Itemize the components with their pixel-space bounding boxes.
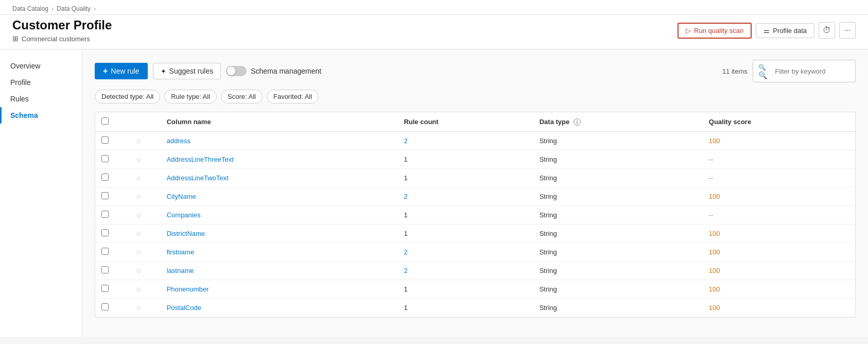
search-icon: 🔍 (758, 63, 772, 79)
page-title-section: Customer Profile ⊞ Commercial customers (12, 18, 112, 43)
chart-bar-icon: ⚌ (763, 27, 770, 35)
filter-input[interactable] (775, 67, 850, 75)
star-icon-3[interactable]: ☆ (135, 193, 142, 201)
rule-count-4: 1 (404, 211, 407, 219)
sidebar-item-profile[interactable]: Profile (0, 74, 82, 91)
star-icon-7[interactable]: ☆ (135, 267, 142, 275)
filter-rule-type[interactable]: Rule type: All (164, 90, 217, 104)
column-name-link-3[interactable]: CityName (167, 193, 196, 200)
breadcrumb-item-quality[interactable]: Data Quality (57, 5, 91, 12)
magic-icon (161, 67, 166, 75)
data-table-container: Column name Rule count Data type i Quali… (95, 112, 856, 318)
sidebar-item-overview[interactable]: Overview (0, 58, 82, 74)
play-icon (686, 27, 691, 35)
star-icon-2[interactable]: ☆ (135, 174, 142, 182)
quality-score-4: -- (709, 211, 714, 219)
column-name-link-2[interactable]: AddressLineTwoText (167, 174, 229, 182)
profile-data-label: Profile data (773, 27, 807, 35)
row-checkbox-3[interactable] (101, 192, 109, 199)
row-checkbox-6[interactable] (101, 248, 109, 255)
new-rule-label: New rule (111, 67, 139, 75)
row-checkbox-5[interactable] (101, 229, 109, 236)
filter-score[interactable]: Score: All (221, 90, 263, 104)
select-all-checkbox[interactable] (101, 117, 109, 125)
rule-count-5: 1 (404, 230, 407, 237)
star-icon-4[interactable]: ☆ (135, 211, 142, 219)
quality-score-0: 100 (709, 137, 720, 145)
breadcrumb-item-catalog[interactable]: Data Catalog (12, 5, 48, 12)
star-icon-8[interactable]: ☆ (135, 285, 142, 294)
row-checkbox-4[interactable] (101, 211, 109, 218)
rule-count-2: 1 (404, 174, 407, 182)
more-options-button[interactable]: ··· (839, 22, 856, 39)
page-title: Customer Profile (12, 18, 112, 32)
star-icon-5[interactable]: ☆ (135, 230, 142, 238)
data-type-6: String (540, 248, 557, 256)
data-type-1: String (540, 156, 557, 163)
col-header-data-type: Data type i (533, 112, 703, 132)
rule-count-1: 1 (404, 156, 407, 163)
column-name-link-6[interactable]: firstname (167, 248, 194, 256)
row-checkbox-9[interactable] (101, 303, 109, 311)
row-checkbox-2[interactable] (101, 174, 109, 181)
star-icon-6[interactable]: ☆ (135, 248, 142, 256)
suggest-rules-button[interactable]: Suggest rules (153, 63, 221, 79)
items-count: 11 items (722, 67, 748, 75)
column-name-link-7[interactable]: lastname (167, 267, 194, 274)
table-row: ☆DistrictName1String100 (95, 225, 855, 243)
sidebar-item-rules-label: Rules (10, 95, 29, 103)
profile-data-button[interactable]: ⚌ Profile data (756, 23, 814, 38)
data-type-4: String (540, 211, 557, 219)
data-type-8: String (540, 285, 557, 293)
row-checkbox-7[interactable] (101, 266, 109, 273)
sidebar-item-profile-label: Profile (10, 78, 31, 87)
sidebar-item-rules[interactable]: Rules (0, 91, 82, 107)
run-quality-scan-button[interactable]: Run quality scan (678, 23, 752, 39)
suggest-rules-label: Suggest rules (169, 67, 214, 75)
row-checkbox-8[interactable] (101, 285, 109, 292)
column-name-link-8[interactable]: Phonenumber (167, 285, 209, 293)
schema-management-toggle[interactable] (226, 66, 247, 76)
column-name-link-4[interactable]: Companies (167, 211, 201, 219)
column-name-link-1[interactable]: AddressLineThreeText (167, 156, 234, 163)
star-icon-0[interactable]: ☆ (135, 137, 142, 145)
rule-count-link-7[interactable]: 2 (404, 267, 407, 274)
filter-detected-type[interactable]: Detected type: All (95, 90, 160, 104)
table-row: ☆AddressLineThreeText1String-- (95, 150, 855, 169)
breadcrumb-sep-2: › (94, 5, 96, 12)
quality-score-3: 100 (709, 193, 720, 200)
sidebar-item-schema[interactable]: Schema (0, 107, 82, 124)
history-icon: ⏱ (823, 26, 831, 35)
row-checkbox-1[interactable] (101, 155, 109, 162)
star-icon-1[interactable]: ☆ (135, 156, 142, 164)
quality-score-1: -- (709, 156, 714, 163)
star-icon-9[interactable]: ☆ (135, 304, 142, 312)
main-layout: Overview Profile Rules Schema New rule S… (0, 49, 868, 337)
rule-count-9: 1 (404, 304, 407, 312)
history-button[interactable]: ⏱ (819, 22, 835, 39)
table-row: ☆address2String100 (95, 132, 855, 150)
toggle-knob (227, 67, 235, 75)
rule-count-link-6[interactable]: 2 (404, 248, 407, 256)
rule-count-8: 1 (404, 285, 407, 293)
table-header: Column name Rule count Data type i Quali… (95, 112, 855, 132)
col-header-checkbox (95, 112, 129, 132)
col-header-rule-count: Rule count (397, 112, 533, 132)
table-row: ☆PostalCode1String100 (95, 299, 855, 317)
new-rule-button[interactable]: New rule (95, 63, 148, 79)
table-row: ☆Phonenumber1String100 (95, 280, 855, 299)
quality-score-7: 100 (709, 267, 720, 274)
row-checkbox-0[interactable] (101, 136, 109, 144)
data-type-7: String (540, 267, 557, 274)
column-name-link-0[interactable]: address (167, 137, 190, 145)
content-area: New rule Suggest rules Schema management… (82, 49, 868, 337)
quality-score-8: 100 (709, 285, 720, 293)
toolbar: New rule Suggest rules Schema management… (95, 60, 856, 82)
column-name-link-5[interactable]: DistrictName (167, 230, 205, 237)
filter-favorited[interactable]: Favorited: All (267, 90, 319, 104)
rule-count-link-3[interactable]: 2 (404, 193, 407, 200)
rule-count-link-0[interactable]: 2 (404, 137, 407, 145)
data-type-2: String (540, 174, 557, 182)
data-table: Column name Rule count Data type i Quali… (95, 112, 855, 317)
column-name-link-9[interactable]: PostalCode (167, 304, 201, 312)
